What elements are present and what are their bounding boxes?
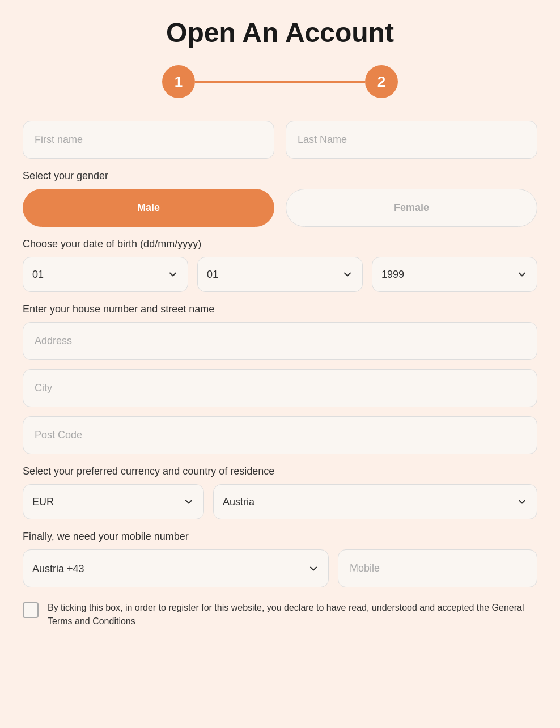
gender-row: Male Female — [23, 189, 537, 227]
currency-label: Select your preferred currency and count… — [23, 465, 537, 477]
phone-code-select[interactable]: Austria +43 Germany +49 France +33 — [23, 549, 329, 587]
terms-text: By ticking this box, in order to registe… — [48, 601, 537, 628]
dob-day-select[interactable]: 01 02 03 — [23, 257, 188, 292]
first-name-input[interactable] — [23, 121, 274, 159]
male-button[interactable]: Male — [23, 189, 274, 227]
mobile-section: Finally, we need your mobile number Aust… — [23, 531, 537, 587]
dob-year-select[interactable]: 1999 2000 1998 — [372, 257, 537, 292]
phone-row: Austria +43 Germany +49 France +33 — [23, 549, 537, 587]
address-section: Enter your house number and street name — [23, 303, 537, 454]
terms-row: By ticking this box, in order to registe… — [23, 601, 537, 628]
step-2-circle: 2 — [365, 65, 398, 98]
address-label: Enter your house number and street name — [23, 303, 537, 315]
currency-section: Select your preferred currency and count… — [23, 465, 537, 519]
gender-label: Select your gender — [23, 170, 537, 182]
dob-label: Choose your date of birth (dd/mm/yyyy) — [23, 238, 537, 250]
page-title: Open An Account — [23, 17, 537, 48]
name-row — [23, 121, 537, 159]
currency-row: EUR USD GBP Austria Germany France — [23, 484, 537, 519]
terms-checkbox[interactable] — [23, 602, 39, 618]
currency-select[interactable]: EUR USD GBP — [23, 484, 204, 519]
stepper: 1 2 — [23, 65, 537, 98]
country-select[interactable]: Austria Germany France — [213, 484, 537, 519]
date-row: 01 02 03 01 02 03 1999 2000 1998 — [23, 257, 537, 292]
last-name-input[interactable] — [286, 121, 537, 159]
gender-section: Select your gender Male Female — [23, 170, 537, 227]
dob-section: Choose your date of birth (dd/mm/yyyy) 0… — [23, 238, 537, 292]
step-1-circle: 1 — [162, 65, 195, 98]
mobile-input[interactable] — [338, 549, 537, 587]
mobile-label: Finally, we need your mobile number — [23, 531, 537, 543]
dob-month-select[interactable]: 01 02 03 — [197, 257, 363, 292]
postcode-input[interactable] — [23, 416, 537, 454]
step-line — [195, 81, 365, 83]
female-button[interactable]: Female — [286, 189, 537, 227]
address-input[interactable] — [23, 322, 537, 360]
city-input[interactable] — [23, 369, 537, 407]
